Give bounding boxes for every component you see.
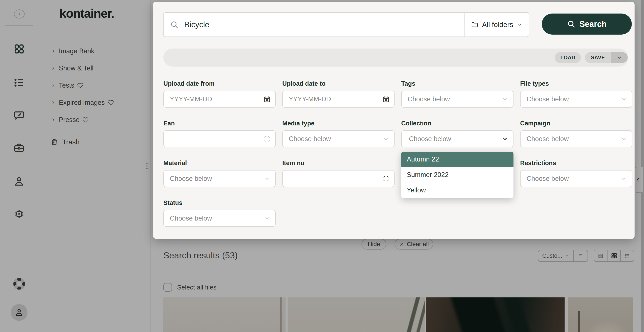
dropdown-option-yellow[interactable]: Yellow xyxy=(401,183,514,198)
app-screen: ⚙ kontainer. Image Bank Show & Tell Test… xyxy=(0,0,644,332)
field-label: Status xyxy=(163,199,276,206)
folder-scope-dropdown[interactable]: All folders xyxy=(464,13,529,37)
filter-file-types: File types Choose below xyxy=(520,80,632,108)
search-field-wrap xyxy=(164,13,464,37)
field-label: File types xyxy=(520,80,632,87)
filter-campaign: Campaign Choose below xyxy=(520,120,632,147)
chevron-down-icon xyxy=(616,171,632,187)
chevron-down-icon xyxy=(616,55,622,61)
search-icon xyxy=(567,20,576,28)
filter-upload-date-from: Upload date from YYYY-MM-DD xyxy=(163,80,276,108)
select-input[interactable]: Choose below xyxy=(520,130,632,147)
filter-material: Material Choose below xyxy=(163,160,276,187)
folder-icon xyxy=(471,21,478,28)
select-input[interactable]: Choose below xyxy=(520,170,632,187)
filter-tags: Tags Choose below xyxy=(401,80,514,108)
load-button[interactable]: LOAD xyxy=(555,52,581,63)
filter-upload-date-to: Upload date to YYYY-MM-DD xyxy=(282,80,394,108)
field-label: Restrictions xyxy=(520,160,632,167)
select-placeholder: Choose below xyxy=(520,95,569,103)
select-placeholder: Choose below xyxy=(402,135,451,143)
chevron-down-icon xyxy=(378,131,394,147)
chevron-down-icon xyxy=(259,210,275,226)
search-input[interactable] xyxy=(184,13,464,37)
date-input[interactable]: YYYY-MM-DD xyxy=(282,91,394,108)
select-placeholder: Choose below xyxy=(520,175,569,183)
field-label: Campaign xyxy=(520,120,632,127)
text-input[interactable] xyxy=(282,170,394,187)
calendar-icon[interactable] xyxy=(378,91,394,107)
search-bar: All folders xyxy=(163,12,529,37)
save-split-button: SAVE xyxy=(585,52,628,63)
field-label: Material xyxy=(163,160,276,167)
select-input-focused[interactable]: Choose below xyxy=(401,130,514,147)
date-placeholder: YYYY-MM-DD xyxy=(283,95,331,103)
filter-item-no: Item no xyxy=(282,160,394,187)
field-label: Item no xyxy=(282,160,394,167)
filter-grid: Upload date from YYYY-MM-DD Upload date … xyxy=(163,80,632,227)
chevron-down-icon xyxy=(517,22,522,28)
select-input[interactable]: Choose below xyxy=(520,91,632,108)
folder-scope-value: All folders xyxy=(482,21,513,29)
text-caret xyxy=(408,135,408,143)
search-icon xyxy=(170,21,178,29)
filter-restrictions: Restrictions Choose below xyxy=(520,160,632,187)
select-input[interactable]: Choose below xyxy=(282,130,394,147)
saved-search-bar: LOAD SAVE xyxy=(163,49,628,67)
select-placeholder: Choose below xyxy=(520,135,569,143)
chevron-down-icon xyxy=(497,91,513,107)
chevron-down-icon xyxy=(497,131,513,147)
search-button[interactable]: Search xyxy=(542,14,632,35)
filter-status: Status Choose below xyxy=(163,199,276,227)
filter-media-type: Media type Choose below xyxy=(282,120,394,147)
field-label: Ean xyxy=(163,120,276,127)
text-input[interactable] xyxy=(163,130,276,147)
calendar-icon[interactable] xyxy=(259,91,275,107)
field-label: Collection xyxy=(401,120,514,127)
save-options-button[interactable] xyxy=(611,52,628,63)
scan-brackets-icon[interactable] xyxy=(378,171,394,187)
filter-collection: Collection Choose below xyxy=(401,120,514,147)
advanced-search-panel: All folders Search LOAD SAVE Upload date… xyxy=(153,2,634,239)
select-placeholder: Choose below xyxy=(402,95,450,103)
select-placeholder: Choose below xyxy=(164,214,212,222)
field-label: Upload date from xyxy=(163,80,276,87)
field-label: Tags xyxy=(401,80,514,87)
select-placeholder: Choose below xyxy=(164,175,212,183)
filter-ean: Ean xyxy=(163,120,276,147)
save-button[interactable]: SAVE xyxy=(585,52,611,63)
collection-dropdown-menu: Autumn 22 Summer 2022 Yellow xyxy=(401,152,514,198)
chevron-down-icon xyxy=(616,131,632,147)
chevron-down-icon xyxy=(259,171,275,187)
select-input[interactable]: Choose below xyxy=(163,210,276,227)
field-label: Media type xyxy=(282,120,394,127)
select-input[interactable]: Choose below xyxy=(163,170,276,187)
date-placeholder: YYYY-MM-DD xyxy=(164,95,212,103)
search-button-label: Search xyxy=(580,20,607,29)
dropdown-option-autumn-22[interactable]: Autumn 22 xyxy=(401,152,514,167)
scan-brackets-icon[interactable] xyxy=(259,131,275,147)
date-input[interactable]: YYYY-MM-DD xyxy=(163,91,276,108)
dropdown-option-summer-2022[interactable]: Summer 2022 xyxy=(401,167,514,183)
field-label: Upload date to xyxy=(282,80,394,87)
select-placeholder: Choose below xyxy=(283,135,331,143)
chevron-down-icon xyxy=(616,91,632,107)
select-input[interactable]: Choose below xyxy=(401,91,514,108)
